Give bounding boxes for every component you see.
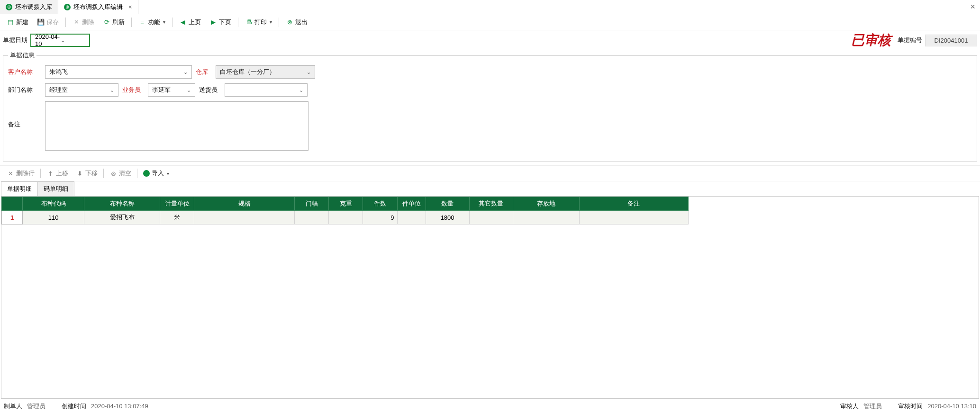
- refresh-icon: ⟳: [103, 18, 110, 26]
- tab-label: 坯布调拨入库: [15, 3, 52, 11]
- cell-unit[interactable]: 米: [160, 211, 194, 224]
- globe-icon: ⊕: [64, 4, 71, 10]
- move-up-button[interactable]: ⬆ 上移: [43, 167, 72, 180]
- auditor-label: 审核人: [840, 402, 859, 411]
- exit-button[interactable]: ⊗ 退出: [282, 16, 311, 28]
- separator: [40, 169, 41, 178]
- window-close-icon[interactable]: ×: [970, 2, 975, 12]
- clear-button[interactable]: ⊗ 清空: [106, 167, 135, 180]
- globe-icon: ⊕: [6, 4, 12, 10]
- remarks-textarea[interactable]: [45, 101, 309, 151]
- delete-button[interactable]: ✕ 删除: [69, 16, 98, 28]
- cell-pieceunit[interactable]: [397, 211, 426, 224]
- function-button[interactable]: ≡ 功能 ▾: [135, 16, 169, 28]
- down-icon: ⬇: [76, 170, 83, 177]
- separator: [238, 18, 238, 27]
- delete-row-button[interactable]: ✕ 删除行: [3, 167, 38, 180]
- grid-header-row: 布种代码 布种名称 计量单位 规格 门幅 克重 件数 件单位 数量 其它数量 存…: [2, 197, 689, 211]
- import-button[interactable]: 导入 ▾: [139, 167, 173, 180]
- chevron-down-icon: ▾: [270, 19, 272, 25]
- separator: [279, 18, 279, 27]
- audit-stamp: 已审核: [851, 31, 891, 49]
- detail-tab-bar: 单据明细 码单明细: [0, 181, 980, 196]
- tab-list[interactable]: ⊕ 坯布调拨入库: [0, 0, 58, 14]
- docno-label: 单据编号: [898, 36, 922, 45]
- chevron-down-icon: ⌄: [106, 87, 118, 93]
- cell-otherqty[interactable]: [469, 211, 513, 224]
- col-qty[interactable]: 数量: [426, 197, 469, 211]
- col-name[interactable]: 布种名称: [84, 197, 160, 211]
- cell-spec[interactable]: [194, 211, 295, 224]
- chevron-down-icon: ⌄: [183, 87, 195, 93]
- col-location[interactable]: 存放地: [513, 197, 579, 211]
- cell-weight[interactable]: [329, 211, 363, 224]
- print-button[interactable]: 🖶 打印 ▾: [241, 16, 276, 28]
- cell-rownum[interactable]: 1: [2, 211, 23, 224]
- tab-code-detail[interactable]: 码单明细: [37, 181, 74, 196]
- deliver-label: 送货员: [199, 86, 221, 94]
- cell-width[interactable]: [295, 211, 329, 224]
- exit-icon: ⊗: [286, 18, 293, 26]
- close-icon[interactable]: ×: [128, 3, 132, 10]
- prev-page-button[interactable]: ◀ 上页: [175, 16, 205, 28]
- created-value: 2020-04-10 13:07:49: [91, 403, 148, 410]
- tab-detail[interactable]: 单据明细: [1, 181, 38, 196]
- save-button[interactable]: 💾 保存: [33, 16, 63, 28]
- new-button[interactable]: ▤ 新建: [3, 16, 32, 28]
- cell-qty[interactable]: 1800: [426, 211, 469, 224]
- col-pieces[interactable]: 件数: [363, 197, 397, 211]
- separator: [172, 18, 172, 27]
- chevron-down-icon: ⌄: [61, 37, 86, 44]
- date-value: 2020-04-10: [35, 33, 61, 47]
- row-toolbar: ✕ 删除行 ⬆ 上移 ⬇ 下移 ⊗ 清空 导入 ▾: [0, 165, 980, 181]
- sales-combo[interactable]: 李延军 ⌄: [148, 83, 195, 97]
- cell-remark[interactable]: [579, 211, 688, 224]
- col-remark[interactable]: 备注: [579, 197, 688, 211]
- tab-edit[interactable]: ⊕ 坯布调拨入库编辑 ×: [58, 0, 138, 14]
- main-toolbar: ▤ 新建 💾 保存 ✕ 删除 ⟳ 刷新 ≡ 功能 ▾ ◀ 上页 ▶ 下页 🖶 打…: [0, 14, 980, 30]
- col-otherqty[interactable]: 其它数量: [469, 197, 513, 211]
- deliver-combo[interactable]: ⌄: [225, 83, 308, 97]
- customer-label: 客户名称: [8, 68, 41, 76]
- next-page-button[interactable]: ▶ 下页: [206, 16, 235, 28]
- date-label: 单据日期: [3, 36, 27, 45]
- col-width[interactable]: 门幅: [295, 197, 329, 211]
- separator: [103, 169, 104, 178]
- table-row[interactable]: 1 110 爱招飞布 米 9 1800: [2, 211, 689, 224]
- col-rownum[interactable]: [2, 197, 23, 211]
- docno-value: DI20041001: [925, 35, 977, 46]
- separator: [65, 18, 66, 27]
- cell-code[interactable]: 110: [23, 211, 84, 224]
- audited-label: 审核时间: [898, 402, 923, 411]
- col-pieceunit[interactable]: 件单位: [397, 197, 426, 211]
- move-down-button[interactable]: ⬇ 下移: [72, 167, 101, 180]
- next-icon: ▶: [209, 18, 217, 26]
- creator-label: 制单人: [4, 402, 22, 411]
- customer-combo[interactable]: 朱鸿飞 ⌄: [45, 65, 192, 79]
- clear-icon: ⊗: [109, 170, 117, 177]
- refresh-button[interactable]: ⟳ 刷新: [99, 16, 128, 28]
- cell-location[interactable]: [513, 211, 579, 224]
- warehouse-combo[interactable]: 白坯仓库（一分厂） ⌄: [216, 65, 315, 79]
- dept-combo[interactable]: 经理室 ⌄: [45, 83, 118, 97]
- function-icon: ≡: [138, 18, 146, 26]
- col-code[interactable]: 布种代码: [23, 197, 84, 211]
- col-unit[interactable]: 计量单位: [160, 197, 194, 211]
- remarks-label: 备注: [8, 120, 41, 129]
- warehouse-label: 仓库: [196, 68, 212, 76]
- chevron-down-icon: ▾: [167, 171, 169, 176]
- delete-icon: ✕: [7, 170, 14, 177]
- chevron-down-icon: ▾: [163, 19, 165, 25]
- document-header-row: 单据日期 2020-04-10 ⌄ 已审核 单据编号 DI20041001: [0, 30, 980, 50]
- cell-name[interactable]: 爱招飞布: [84, 211, 160, 224]
- cell-pieces[interactable]: 9: [363, 211, 397, 224]
- detail-grid: 布种代码 布种名称 计量单位 规格 门幅 克重 件数 件单位 数量 其它数量 存…: [1, 196, 979, 399]
- creator-value: 管理员: [27, 402, 45, 411]
- col-weight[interactable]: 克重: [329, 197, 363, 211]
- fieldset-legend: 单据信息: [8, 51, 36, 60]
- date-input[interactable]: 2020-04-10 ⌄: [30, 34, 90, 47]
- col-spec[interactable]: 规格: [194, 197, 295, 211]
- audited-value: 2020-04-10 13:10: [927, 403, 976, 410]
- dept-label: 部门名称: [8, 86, 41, 94]
- save-icon: 💾: [37, 18, 45, 26]
